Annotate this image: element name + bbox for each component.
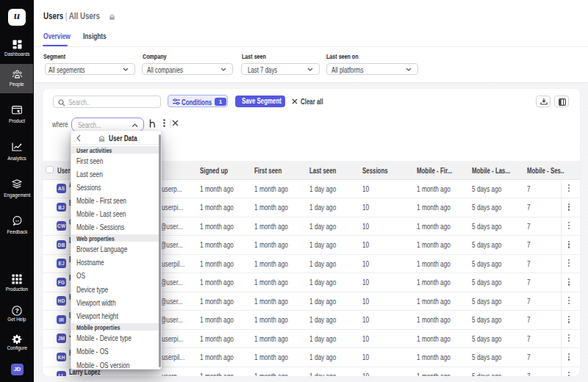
svg-text:?: ? — [15, 307, 18, 314]
